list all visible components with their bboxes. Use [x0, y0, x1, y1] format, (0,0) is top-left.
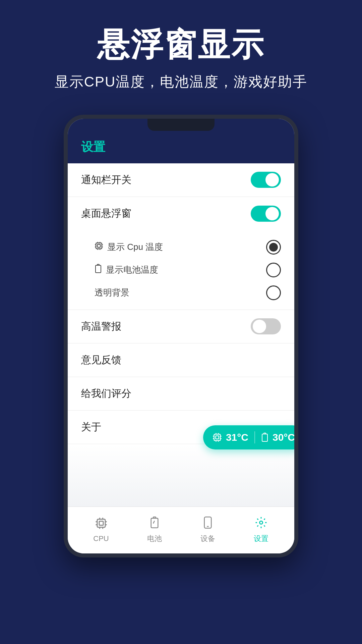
device-nav-icon	[203, 517, 213, 532]
nav-item-settings[interactable]: 设置	[234, 517, 288, 544]
settings-item-notification[interactable]: 通知栏开关	[68, 163, 294, 197]
floating-temperature-widget[interactable]: 31°C 30°C	[203, 425, 298, 449]
svg-rect-10	[96, 265, 101, 273]
svg-rect-1	[98, 245, 101, 248]
cpu-temp-radio[interactable]	[266, 240, 281, 255]
transparent-label: 透明背景	[95, 287, 129, 299]
svg-rect-14	[97, 519, 105, 527]
phone-mockup: 设置 通知栏开关 桌面悬浮窗	[64, 115, 298, 557]
svg-rect-15	[99, 521, 103, 525]
svg-rect-42	[262, 434, 267, 441]
settings-item-rate[interactable]: 给我们评分	[68, 377, 294, 411]
settings-title: 设置	[81, 139, 281, 155]
cpu-nav-label: CPU	[93, 534, 109, 543]
settings-list: 通知栏开关 桌面悬浮窗	[68, 163, 294, 506]
phone-screen: 设置 通知栏开关 桌面悬浮窗	[68, 119, 294, 553]
alert-toggle[interactable]	[251, 318, 281, 334]
about-label: 关于	[81, 420, 101, 434]
page-subtitle: 显示CPU温度，电池温度，游戏好助手	[20, 72, 342, 91]
svg-rect-32	[214, 434, 221, 440]
settings-empty-space	[68, 444, 294, 506]
battery-temp-icon	[95, 264, 102, 276]
cpu-nav-icon	[95, 517, 107, 532]
sub-item-transparent[interactable]: 透明背景	[68, 281, 294, 304]
widget-divider	[254, 431, 255, 443]
settings-nav-icon	[255, 517, 267, 532]
settings-item-feedback[interactable]: 意见反馈	[68, 343, 294, 377]
notification-label: 通知栏开关	[81, 173, 131, 187]
settings-item-float[interactable]: 桌面悬浮窗	[68, 197, 294, 230]
bottom-nav: CPU 电池	[68, 506, 294, 553]
cpu-temp-label: 显示 Cpu 温度	[107, 241, 163, 253]
settings-nav-label: 设置	[254, 534, 268, 544]
page-title: 悬浮窗显示	[20, 27, 342, 62]
nav-item-cpu[interactable]: CPU	[74, 517, 128, 543]
battery-nav-label: 电池	[147, 534, 162, 544]
svg-rect-24	[151, 518, 158, 528]
float-sub-group: 显示 Cpu 温度	[68, 230, 294, 310]
float-label: 桌面悬浮窗	[81, 207, 131, 220]
sub-item-cpu-temp[interactable]: 显示 Cpu 温度	[68, 236, 294, 259]
transparent-radio[interactable]	[266, 285, 281, 300]
svg-rect-0	[96, 243, 102, 249]
nav-item-device[interactable]: 设备	[181, 517, 234, 544]
header-section: 悬浮窗显示 显示CPU温度，电池温度，游戏好助手	[0, 0, 362, 105]
feedback-label: 意见反馈	[81, 353, 121, 367]
cpu-temp-icon	[95, 241, 103, 253]
float-toggle[interactable]	[251, 206, 281, 222]
cpu-temp-display: 31°C	[213, 432, 248, 443]
battery-temp-radio[interactable]	[266, 263, 281, 277]
sub-item-battery-temp[interactable]: 显示电池温度	[68, 259, 294, 281]
svg-point-31	[259, 521, 262, 524]
notification-toggle[interactable]	[251, 172, 281, 188]
settings-item-alert[interactable]: 高温警报	[68, 310, 294, 343]
nav-item-battery[interactable]: 电池	[128, 517, 181, 544]
rate-label: 给我们评分	[81, 387, 131, 400]
battery-temp-label: 显示电池温度	[106, 264, 158, 276]
device-nav-label: 设备	[200, 534, 215, 544]
battery-temp-display: 30°C	[261, 432, 295, 443]
phone-notch	[147, 119, 215, 131]
svg-line-28	[153, 521, 155, 523]
alert-label: 高温警报	[81, 320, 121, 333]
battery-nav-icon	[149, 517, 160, 532]
phone-mockup-container: 设置 通知栏开关 桌面悬浮窗	[0, 115, 362, 557]
svg-rect-33	[216, 436, 219, 439]
